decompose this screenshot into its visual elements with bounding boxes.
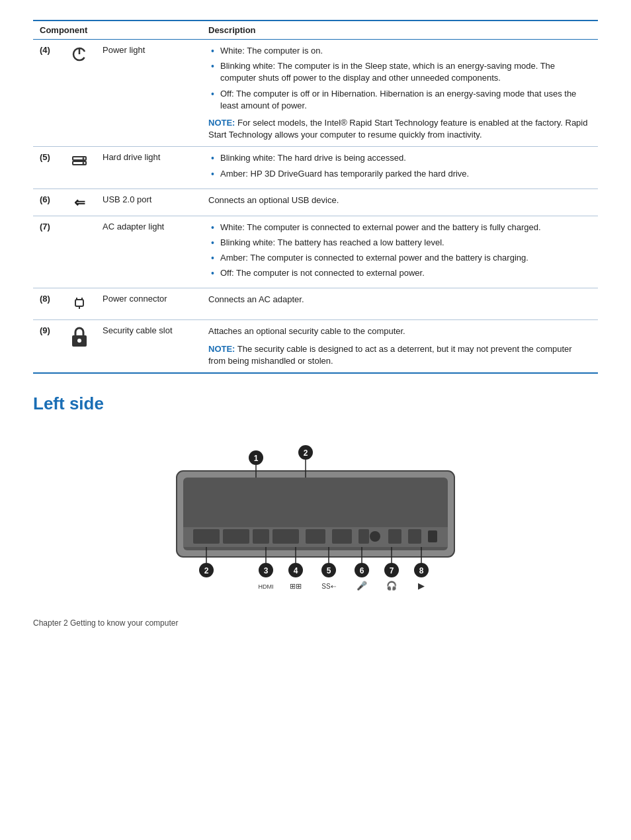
lock-icon bbox=[69, 325, 89, 348]
laptop-diagram-svg: 1 2 2 3 4 5 6 bbox=[157, 425, 474, 597]
row-description: Connects an optional USB device. bbox=[202, 189, 598, 216]
row-num: (4) bbox=[33, 40, 63, 147]
row-component-name: Hard drive light bbox=[96, 147, 202, 189]
col-header-component-name bbox=[96, 21, 202, 40]
table-row: (6)⇐USB 2.0 portConnects an optional USB… bbox=[33, 189, 598, 216]
note-label: NOTE: bbox=[208, 118, 235, 128]
bullet-item: Blinking white: The battery has reached … bbox=[208, 237, 591, 249]
svg-point-22 bbox=[370, 531, 380, 542]
component-table: Component Description (4) Power lightWhi… bbox=[33, 20, 598, 374]
row-num: (8) bbox=[33, 288, 63, 320]
row-icon bbox=[63, 216, 96, 288]
bullet-item: Off: The computer is not connected to ex… bbox=[208, 267, 591, 279]
footer-page-chapter: Chapter 2 Getting to know your computer bbox=[33, 618, 178, 628]
footer: Chapter 2 Getting to know your computer bbox=[33, 618, 598, 628]
svg-rect-24 bbox=[408, 529, 421, 544]
svg-text:▶: ▶ bbox=[418, 581, 425, 591]
svg-rect-18 bbox=[273, 529, 299, 544]
row-num: (6) bbox=[33, 189, 63, 216]
col-header-component: Component bbox=[33, 21, 96, 40]
svg-rect-19 bbox=[306, 529, 325, 544]
note-block: NOTE: The security cable is designed to … bbox=[208, 343, 591, 367]
bullet-item: Blinking white: The hard drive is being … bbox=[208, 152, 591, 164]
svg-rect-23 bbox=[388, 529, 401, 544]
row-icon: ⇐ bbox=[63, 189, 96, 216]
svg-rect-6 bbox=[75, 300, 83, 306]
laptop-image: 1 2 2 3 4 5 6 bbox=[157, 425, 474, 599]
row-icon bbox=[63, 288, 96, 320]
svg-text:4: 4 bbox=[294, 566, 298, 575]
hdd-icon bbox=[70, 152, 89, 171]
svg-text:2: 2 bbox=[304, 448, 308, 458]
bullet-item: Off: The computer is off or in Hibernati… bbox=[208, 88, 591, 112]
svg-text:🎧: 🎧 bbox=[386, 580, 398, 591]
svg-rect-21 bbox=[358, 529, 369, 544]
table-row: (4) Power lightWhite: The computer is on… bbox=[33, 40, 598, 147]
svg-text:⊞⊞: ⊞⊞ bbox=[290, 582, 302, 590]
svg-text:2: 2 bbox=[204, 566, 209, 575]
power-connector-icon bbox=[70, 294, 89, 312]
row-component-name: Power light bbox=[96, 40, 202, 147]
svg-text:1: 1 bbox=[254, 454, 259, 463]
row-description: White: The computer is on.Blinking white… bbox=[202, 40, 598, 147]
svg-rect-25 bbox=[428, 530, 437, 542]
single-desc: Attaches an optional security cable to t… bbox=[208, 325, 591, 337]
row-num: (5) bbox=[33, 147, 63, 189]
row-num: (7) bbox=[33, 216, 63, 288]
power-icon bbox=[70, 45, 89, 63]
bullet-item: Amber: HP 3D DriveGuard has temporarily … bbox=[208, 168, 591, 180]
row-description: Attaches an optional security cable to t… bbox=[202, 320, 598, 373]
col-header-description: Description bbox=[202, 21, 598, 40]
single-desc: Connects an optional USB device. bbox=[208, 194, 591, 206]
table-row: (9) Security cable slotAttaches an optio… bbox=[33, 320, 598, 373]
svg-text:SS⇠: SS⇠ bbox=[321, 583, 335, 590]
section-title: Left side bbox=[33, 394, 598, 414]
row-num: (9) bbox=[33, 320, 63, 373]
bullet-item: Blinking white: The computer is in the S… bbox=[208, 60, 591, 84]
left-side-section: Left side 1 2 bbox=[33, 394, 598, 599]
row-description: White: The computer is connected to exte… bbox=[202, 216, 598, 288]
svg-rect-15 bbox=[193, 529, 220, 544]
row-icon bbox=[63, 147, 96, 189]
table-row: (5) Hard drive lightBlinking white: The … bbox=[33, 147, 598, 189]
svg-text:🎤: 🎤 bbox=[357, 580, 368, 591]
bullet-item: White: The computer is on. bbox=[208, 45, 591, 57]
usb-icon: ⇐ bbox=[74, 195, 85, 210]
table-row: (7)AC adapter lightWhite: The computer i… bbox=[33, 216, 598, 288]
row-component-name: Power connector bbox=[96, 288, 202, 320]
note-label: NOTE: bbox=[208, 344, 235, 354]
table-row: (8) Power connectorConnects an AC adapte… bbox=[33, 288, 598, 320]
svg-rect-17 bbox=[253, 529, 269, 544]
svg-point-4 bbox=[83, 157, 85, 159]
bullet-item: Amber: The computer is connected to exte… bbox=[208, 252, 591, 264]
row-description: Blinking white: The hard drive is being … bbox=[202, 147, 598, 189]
svg-point-5 bbox=[83, 162, 85, 164]
svg-point-11 bbox=[77, 339, 81, 343]
svg-text:3: 3 bbox=[264, 566, 269, 575]
row-component-name: USB 2.0 port bbox=[96, 189, 202, 216]
row-component-name: Security cable slot bbox=[96, 320, 202, 373]
bullet-item: White: The computer is connected to exte… bbox=[208, 222, 591, 233]
svg-rect-20 bbox=[332, 529, 352, 544]
note-block: NOTE: For select models, the Intel® Rapi… bbox=[208, 117, 591, 141]
single-desc: Connects an AC adapter. bbox=[208, 294, 591, 306]
row-icon bbox=[63, 320, 96, 373]
svg-text:7: 7 bbox=[390, 566, 394, 575]
row-description: Connects an AC adapter. bbox=[202, 288, 598, 320]
svg-text:5: 5 bbox=[327, 566, 331, 575]
svg-text:6: 6 bbox=[360, 566, 364, 575]
row-icon bbox=[63, 40, 96, 147]
svg-rect-16 bbox=[223, 529, 249, 544]
row-component-name: AC adapter light bbox=[96, 216, 202, 288]
svg-text:8: 8 bbox=[419, 566, 424, 575]
svg-text:HDMI: HDMI bbox=[259, 583, 274, 590]
